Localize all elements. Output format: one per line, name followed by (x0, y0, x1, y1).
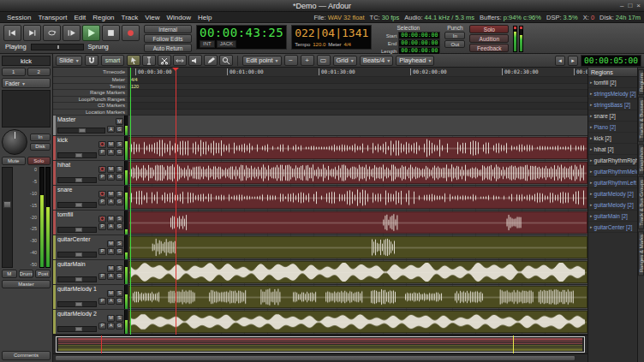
track-g-button[interactable]: G (116, 298, 123, 305)
track-canvas-guitarmelody-1[interactable] (128, 285, 587, 310)
smart-mode-button[interactable]: smart (101, 55, 125, 66)
expand-arrow-icon[interactable]: ▸ (590, 180, 593, 185)
ruler-cell-loop-punch-ranges[interactable] (128, 97, 587, 104)
track-p-button[interactable]: P (98, 223, 106, 230)
track-gain-handle[interactable] (75, 277, 82, 282)
audition-button[interactable]: Audition (469, 34, 509, 43)
grid-mode-combo[interactable]: Grid▾ (333, 56, 357, 66)
go-end-button[interactable] (23, 25, 41, 41)
punch-in-button[interactable]: In (444, 32, 465, 39)
range-tool-button[interactable] (142, 55, 156, 66)
menu-region[interactable]: Region (89, 14, 117, 21)
side-tab-tracks-busses[interactable]: Tracks & Busses (638, 97, 644, 142)
region-list-item[interactable]: ▸guitarMelody [2] (588, 188, 637, 199)
play-button[interactable] (82, 25, 100, 41)
audio-region[interactable] (128, 286, 587, 308)
record-button[interactable] (122, 25, 140, 41)
expand-arrow-icon[interactable]: ▸ (590, 213, 593, 218)
ruler-label-location-markers[interactable]: Location Markers (53, 110, 128, 116)
track-a-button[interactable]: A (107, 248, 115, 255)
track-header-guitarmelody-1[interactable]: guitarMelody 1 MS PAG (53, 285, 128, 310)
region-list-item[interactable]: ▸guitarCenter [2] (588, 222, 637, 233)
tempo-marker[interactable]: 120 (131, 84, 139, 90)
zoom-tool-button[interactable] (219, 55, 233, 66)
pan-knob[interactable] (2, 129, 27, 155)
nudge-forward-button[interactable]: ▸ (568, 56, 578, 66)
region-list-item[interactable]: ▸guitarRhythmRight [2] (588, 155, 637, 166)
track-p-button[interactable]: P (98, 174, 106, 181)
side-tab-track-bus-groups[interactable]: Track & Bus Groups (638, 176, 644, 229)
group-button[interactable]: Drums (19, 270, 34, 278)
output-button[interactable]: Master (2, 280, 51, 288)
menu-transport[interactable]: Transport (34, 14, 70, 21)
track-gain-slider[interactable] (57, 128, 105, 134)
record-arm-button[interactable] (98, 141, 106, 148)
track-gain-handle[interactable] (75, 153, 82, 157)
track-gain-slider[interactable] (57, 202, 97, 208)
track-p-button[interactable]: P (98, 273, 106, 280)
menu-track[interactable]: Track (118, 14, 142, 21)
region-list-item[interactable]: ▸snare [2] (588, 110, 637, 122)
draw-tool-button[interactable] (204, 55, 218, 66)
meter-value[interactable]: 4/4 (344, 42, 351, 47)
track-name[interactable]: kick (57, 137, 97, 143)
input-button-2[interactable]: 2 (27, 68, 51, 76)
track-m-button[interactable]: M (107, 141, 115, 148)
track-name[interactable]: guitarMain (57, 261, 97, 267)
audio-region[interactable] (128, 211, 587, 234)
loop-button[interactable] (43, 25, 61, 41)
stop-button[interactable] (102, 25, 120, 41)
audio-region[interactable] (128, 137, 587, 159)
horizontal-scrollbar-thumb[interactable] (55, 355, 575, 361)
region-list-item[interactable]: ▸kick [2] (588, 133, 637, 144)
internal-button[interactable]: Internal (144, 25, 192, 33)
ruler-label-timecode[interactable]: Timecode (53, 68, 128, 77)
audio-region[interactable] (128, 261, 587, 283)
sync-int-button[interactable]: INT (200, 40, 215, 48)
track-canvas-guitarmelody-2[interactable] (128, 310, 587, 335)
track-canvas-guitarmain[interactable] (128, 260, 587, 285)
record-arm-button[interactable] (98, 191, 106, 198)
track-canvas-snare[interactable] (128, 186, 587, 211)
sync-jack-button[interactable]: JACK (217, 40, 236, 48)
track-m-button[interactable]: M (107, 240, 115, 247)
track-gain-handle[interactable] (75, 302, 82, 306)
track-header-guitarmelody-2[interactable]: guitarMelody 2 MS PAG (53, 310, 128, 335)
region-list-item[interactable]: ▸Piano [2] (588, 122, 637, 133)
ruler-label-loop-punch-ranges[interactable]: Loop/Punch Ranges (53, 97, 128, 104)
region-list-item[interactable]: ▸stringsBass [2] (588, 99, 637, 110)
mute-button[interactable]: Mute (2, 157, 26, 165)
monitor-in-button[interactable]: In (30, 134, 51, 141)
meter-point-button[interactable]: Post (35, 270, 51, 278)
track-m-button[interactable]: M (107, 315, 115, 322)
menu-help[interactable]: Help (194, 14, 215, 21)
go-start-button[interactable] (3, 25, 21, 41)
audio-region[interactable] (128, 236, 587, 258)
track-g-button[interactable]: G (116, 149, 123, 156)
processor-box[interactable] (2, 90, 51, 128)
track-gain-slider[interactable] (57, 252, 97, 258)
minimize-icon[interactable]: – (620, 3, 623, 9)
audio-region[interactable] (128, 187, 587, 209)
monitor-disk-button[interactable]: Disk (30, 143, 51, 151)
ruler-cell-tempo[interactable]: 120 (128, 84, 587, 91)
expand-arrow-icon[interactable]: ▸ (590, 135, 593, 140)
track-header-tomfill[interactable]: tomfill MS PAG (53, 211, 128, 235)
track-m-button[interactable]: M (107, 265, 115, 272)
horizontal-scrollbar[interactable] (53, 353, 587, 362)
track-gain-slider[interactable] (57, 227, 97, 233)
expand-arrow-icon[interactable]: ▸ (590, 124, 593, 129)
input-button-1[interactable]: 1 (2, 68, 26, 76)
audio-region[interactable] (128, 311, 587, 333)
track-g-button[interactable]: G (116, 273, 123, 280)
tempo-value[interactable]: 120.0 (313, 42, 325, 47)
track-gain-handle[interactable] (75, 327, 82, 331)
ruler-cell-meter[interactable]: 4/4 (128, 77, 587, 84)
expand-arrow-icon[interactable]: ▸ (590, 113, 593, 118)
expand-arrow-icon[interactable]: ▸ (590, 224, 593, 229)
track-name[interactable]: Master (57, 116, 105, 122)
expand-arrow-icon[interactable]: ▸ (590, 157, 593, 163)
solo-button[interactable]: Solo (27, 157, 51, 165)
snap-magnet-button[interactable] (85, 55, 98, 66)
ruler-label-range-markers[interactable]: Range Markers (53, 90, 128, 97)
